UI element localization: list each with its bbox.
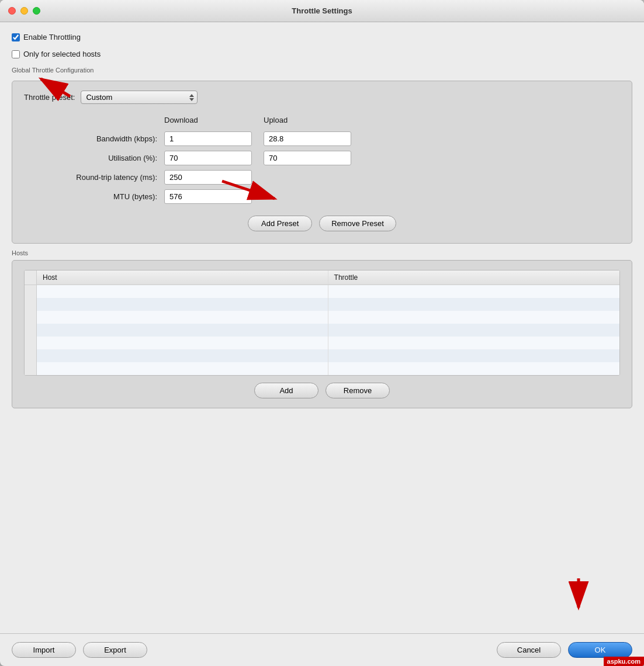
window-title: Throttle Settings — [292, 6, 352, 15]
export-button[interactable]: Export — [83, 642, 147, 658]
bandwidth-label: Bandwidth (kbps): — [24, 131, 164, 147]
minimize-button[interactable] — [20, 7, 28, 15]
hosts-table-container: Host Throttle — [24, 270, 620, 376]
close-button[interactable] — [8, 7, 16, 15]
enable-throttling-checkbox[interactable] — [12, 33, 20, 41]
watermark-badge: aspku.com — [604, 657, 644, 666]
table-row — [25, 285, 619, 298]
table-row — [25, 298, 619, 311]
bandwidth-grid: Download Upload Bandwidth (kbps): Utilis… — [24, 113, 620, 206]
enable-throttling-label[interactable]: Enable Throttling — [23, 33, 81, 41]
table-row — [25, 362, 619, 375]
utilisation-label: Utilisation (%): — [24, 150, 164, 166]
enable-throttling-row: Enable Throttling — [12, 32, 632, 43]
bottom-left-buttons: Import Export — [12, 642, 147, 658]
bottom-bar: Import Export Cancel OK — [0, 633, 644, 666]
maximize-button[interactable] — [33, 7, 40, 15]
hosts-section-label: Hosts — [12, 249, 632, 256]
bottom-right-buttons: Cancel OK — [497, 642, 632, 658]
throttle-column-header: Throttle — [328, 270, 619, 285]
config-box: Throttle preset: Custom 56K Modem ISDN D… — [12, 81, 632, 244]
bandwidth-download-input[interactable] — [164, 131, 252, 146]
remove-preset-button[interactable]: Remove Preset — [319, 216, 396, 231]
throttle-preset-select[interactable]: Custom 56K Modem ISDN DSL Cable T1 — [81, 91, 198, 104]
window-controls — [8, 7, 40, 15]
table-row — [25, 311, 619, 324]
bandwidth-upload-input[interactable] — [264, 131, 351, 146]
only-selected-hosts-label[interactable]: Only for selected hosts — [23, 50, 101, 58]
latency-label: Round-trip latency (ms): — [24, 169, 164, 185]
mtu-label: MTU (bytes): — [24, 189, 164, 204]
col-upload-header: Upload — [264, 113, 363, 129]
hosts-buttons: Add Remove — [24, 383, 620, 398]
hosts-table: Host Throttle — [25, 270, 619, 375]
col-download-header: Download — [164, 113, 264, 129]
cancel-button[interactable]: Cancel — [497, 642, 561, 658]
ok-button[interactable]: OK — [568, 642, 632, 658]
only-selected-hosts-row: Only for selected hosts — [12, 48, 632, 60]
latency-input[interactable] — [164, 170, 252, 185]
utilisation-upload-input[interactable] — [264, 151, 351, 165]
import-button[interactable]: Import — [12, 642, 76, 658]
hosts-section: Hosts Host Throttle — [12, 249, 632, 408]
add-host-button[interactable]: Add — [254, 383, 318, 398]
preset-buttons: Add Preset Remove Preset — [24, 216, 620, 231]
utilisation-download-input[interactable] — [164, 151, 252, 165]
add-preset-button[interactable]: Add Preset — [248, 216, 312, 231]
hosts-box: Host Throttle — [12, 260, 632, 408]
only-selected-hosts-checkbox[interactable] — [12, 50, 20, 58]
table-row — [25, 337, 619, 349]
row-num-header — [25, 270, 37, 285]
preset-row: Throttle preset: Custom 56K Modem ISDN D… — [24, 91, 620, 104]
preset-select-wrapper: Custom 56K Modem ISDN DSL Cable T1 — [81, 91, 198, 104]
preset-label: Throttle preset: — [24, 93, 75, 102]
remove-host-button[interactable]: Remove — [326, 383, 390, 398]
host-column-header: Host — [37, 270, 328, 285]
table-row — [25, 349, 619, 362]
table-row — [25, 324, 619, 337]
mtu-input[interactable] — [164, 189, 252, 204]
titlebar: Throttle Settings — [0, 0, 644, 22]
global-config-label: Global Throttle Configuration — [12, 67, 632, 74]
